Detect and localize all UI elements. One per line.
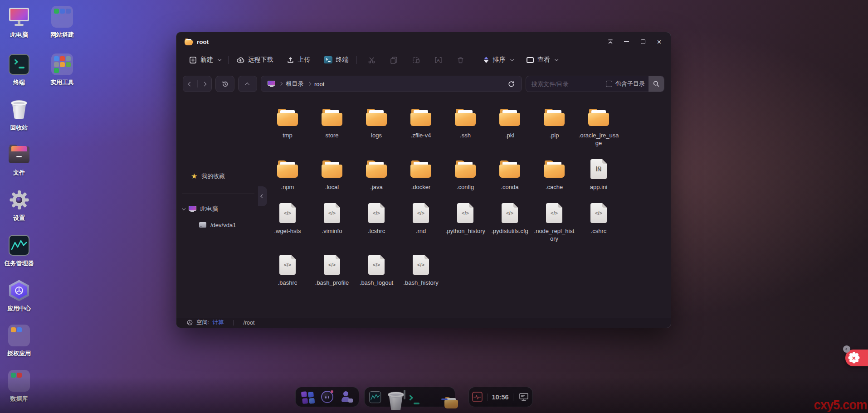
file-item-.rnd[interactable]: </> .rnd (399, 203, 443, 243)
desktop-icon-app-center[interactable]: 应用中心 (0, 280, 38, 313)
desktop-icon-licensed-apps[interactable]: 授权应用 (0, 325, 38, 358)
sidebar-item-this-pc[interactable]: 此电脑 (182, 203, 218, 215)
compute-space-link[interactable]: 计算 (212, 319, 224, 326)
refresh-button[interactable] (507, 80, 515, 88)
copy-icon[interactable] (390, 55, 399, 64)
include-subdirs-checkbox[interactable] (606, 81, 612, 87)
file-item-.pip[interactable]: .pip (532, 107, 576, 147)
file-item-tmp[interactable]: tmp (265, 107, 310, 147)
sidebar-item-drive[interactable]: /dev/vda1 (199, 219, 236, 231)
file-manager-task-button[interactable] (438, 389, 451, 405)
file-item-.docker[interactable]: .docker (399, 159, 443, 191)
file-item-.bash_profile[interactable]: </> .bash_profile (310, 255, 354, 287)
file-item-.tcshrc[interactable]: </> .tcshrc (354, 203, 399, 243)
rollup-icon[interactable] (607, 39, 614, 45)
view-icon (527, 57, 534, 63)
file-item-logs[interactable]: logs (354, 107, 399, 147)
desktop-icon-database[interactable]: 数据库 (0, 370, 38, 403)
sidebar-item-favorites[interactable]: ★ 我的收藏 (191, 170, 225, 182)
window-titlebar[interactable]: root × (176, 32, 671, 51)
back-icon[interactable] (188, 82, 192, 86)
desktop-icon-terminal[interactable]: 终端 (0, 53, 38, 87)
file-item-.cshrc[interactable]: </> .cshrc (576, 203, 621, 243)
terminal-button[interactable]: 终端 (324, 56, 349, 64)
new-button[interactable]: 新建 (189, 56, 220, 64)
maximize-icon[interactable] (639, 39, 646, 45)
rename-icon[interactable]: A (434, 55, 443, 64)
file-item-app.ini[interactable]: İN̈ app.ini (576, 159, 621, 191)
desktop-icon-this-pc[interactable]: 此电脑 (0, 6, 38, 39)
file-item-.pki[interactable]: .pki (488, 107, 532, 147)
assistant-button[interactable] (321, 389, 334, 405)
paste-icon[interactable] (412, 55, 421, 64)
breadcrumb-current[interactable]: root (314, 81, 324, 87)
breadcrumb[interactable]: 根目录 root (261, 76, 522, 92)
file-item-store[interactable]: store (310, 107, 354, 147)
file-icon: </> (279, 203, 296, 223)
history-button[interactable] (215, 76, 234, 92)
remote-desktop-button[interactable] (517, 389, 530, 405)
file-item-.config[interactable]: .config (443, 159, 488, 191)
forward-icon[interactable] (202, 82, 207, 86)
file-item-.npm[interactable]: .npm (265, 159, 310, 191)
file-name: .bash_profile (315, 279, 349, 287)
file-item-.local[interactable]: .local (310, 159, 354, 191)
file-glyph: </> (328, 210, 336, 216)
file-item-.bash_logout[interactable]: </> .bash_logout (354, 255, 399, 287)
minimize-icon[interactable] (623, 39, 630, 45)
close-icon[interactable]: × (656, 39, 663, 45)
file-item-.zfile-v4[interactable]: .zfile-v4 (399, 107, 443, 147)
clock[interactable]: 10:56 (492, 394, 508, 401)
file-name: store (326, 131, 339, 139)
widget-collapse-button[interactable] (843, 345, 850, 353)
person-icon (340, 391, 353, 403)
file-item-.cache[interactable]: .cache (532, 159, 576, 191)
plus-square-icon (189, 56, 197, 64)
folder-icon (277, 160, 298, 178)
sort-button[interactable]: 排序 (484, 56, 513, 64)
desktop-icon-label: 应用中心 (7, 305, 31, 313)
desktop-icon-website-building[interactable]: 网站搭建 (43, 6, 81, 39)
app-launcher-button[interactable] (301, 389, 315, 405)
desktop-icon-settings[interactable]: 设置 (0, 189, 38, 222)
file-item-.viminfo[interactable]: </> .viminfo (310, 203, 354, 243)
recycle-bin-task-button[interactable] (385, 389, 399, 405)
breadcrumb-root[interactable]: 根目录 (286, 80, 304, 88)
file-item-.ssh[interactable]: .ssh (443, 107, 488, 147)
expand-chevron-icon[interactable] (182, 207, 185, 210)
desktop-icon-task-manager[interactable]: 任务管理器 (0, 234, 38, 267)
desktop-icon-recycle-bin[interactable]: 回收站 (0, 99, 38, 132)
file-item-.bash_history[interactable]: </> .bash_history (399, 255, 443, 287)
folder-icon (366, 160, 387, 178)
file-item-.node_repl_history[interactable]: </> .node_repl_history (532, 203, 576, 243)
search-input[interactable] (532, 81, 606, 87)
delete-icon[interactable] (456, 55, 465, 64)
file-name: app.ini (590, 183, 607, 191)
remote-download-button[interactable]: 远程下载 (236, 56, 273, 64)
up-button[interactable] (238, 76, 257, 92)
file-glyph: </> (595, 210, 602, 216)
user-center-button[interactable] (340, 389, 353, 405)
file-item-.oracle_jre_usage[interactable]: .oracle_jre_usage (576, 107, 621, 147)
terminal-task-button[interactable] (403, 389, 416, 405)
task-manager-task-button[interactable] (368, 389, 382, 405)
upload-button[interactable]: 上传 (287, 56, 311, 64)
file-item-.conda[interactable]: .conda (488, 159, 532, 191)
cut-icon[interactable] (367, 55, 376, 64)
file-item-.wget-hsts[interactable]: </> .wget-hsts (265, 203, 310, 243)
file-item-.java[interactable]: .java (354, 159, 399, 191)
computer-icon (518, 392, 529, 402)
file-name: logs (371, 131, 382, 139)
search-button[interactable] (649, 76, 664, 92)
file-icon: </> (457, 203, 473, 223)
system-monitor-button[interactable] (471, 389, 483, 405)
floating-close-widget[interactable]: × (845, 350, 868, 366)
file-item-.python_history[interactable]: </> .python_history (443, 203, 488, 243)
file-item-.pydistutils.cfg[interactable]: </> .pydistutils.cfg (488, 203, 532, 243)
desktop-icon-files[interactable]: 文件 (0, 144, 38, 177)
file-item-.bashrc[interactable]: </> .bashrc (265, 255, 310, 287)
app-group-icon (51, 53, 73, 75)
view-button[interactable]: 查看 (527, 56, 557, 64)
desktop-icon-utilities[interactable]: 实用工具 (43, 53, 81, 87)
settings-task-button[interactable] (420, 389, 434, 405)
